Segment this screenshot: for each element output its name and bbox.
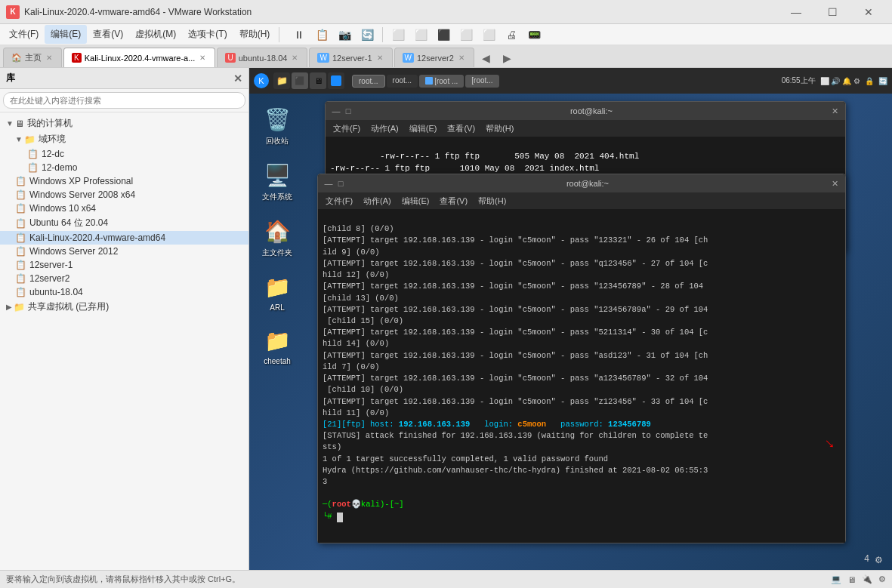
menu-vm[interactable]: 虚拟机(M) <box>129 25 182 44</box>
tab-scroll-left[interactable]: ◀ <box>476 49 497 67</box>
vm-btn5[interactable]: ⬜ <box>478 26 499 44</box>
pause-button[interactable]: ⏸ <box>289 26 310 44</box>
status-icon-settings[interactable]: ⚙ <box>878 574 886 584</box>
menu-tab[interactable]: 选项卡(T) <box>182 25 233 44</box>
clock: 06:55上午 <box>782 75 816 86</box>
tree-item-domain[interactable]: ▼ 📁 域环境 <box>0 131 248 147</box>
close-button[interactable]: ✕ <box>851 0 886 24</box>
tree-item-shared[interactable]: ▶ 📁 共享虚拟机 (已弃用) <box>0 299 248 315</box>
tree-item-win2008[interactable]: 📋 Windows Server 2008 x64 <box>0 188 248 202</box>
sidebar-search-input[interactable] <box>3 92 245 109</box>
tab-12server2-close[interactable]: ✕ <box>457 53 466 63</box>
tab-ubuntu[interactable]: U ubuntu-18.04 ✕ <box>217 48 307 67</box>
maximize-button[interactable]: ☐ <box>815 0 850 24</box>
tree-item-12server2[interactable]: 📋 12server2 <box>0 272 248 285</box>
desktop-icon-home[interactable]: 🏠 主文件夹 <box>253 213 301 261</box>
tree-item-ubuntu20[interactable]: 📋 Ubuntu 64 位 20.04 <box>0 215 248 231</box>
term2-menu-file[interactable]: 文件(F) <box>321 194 357 208</box>
vm-ubuntu18-icon: 📋 <box>15 287 26 297</box>
tab-home[interactable]: 🏠 主页 ✕ <box>3 48 62 67</box>
term1-menu-edit[interactable]: 编辑(E) <box>405 122 442 136</box>
term1-menu: 文件(F) 动作(A) 编辑(E) 查看(V) 帮助(H) <box>326 120 845 137</box>
sidebar-header: 库 ✕ <box>0 68 248 89</box>
term2-maximize[interactable]: □ <box>335 178 347 189</box>
term1-minimize[interactable]: — <box>330 106 342 116</box>
vm-desktop[interactable]: K 📁 ⬛ 🖥 root... root... [root ... <box>249 68 892 570</box>
vm-app-bar: K 📁 ⬛ 🖥 root... root... [root ... <box>249 68 892 94</box>
minimize-button[interactable]: — <box>779 0 813 24</box>
vm-btn4[interactable]: ⬜ <box>455 26 477 44</box>
snapshot-button[interactable]: 📷 <box>334 26 355 44</box>
menu-view[interactable]: 查看(V) <box>87 25 129 44</box>
taskbar-app2[interactable]: 🖥 <box>310 72 326 89</box>
tab-ubuntu-close[interactable]: ✕ <box>290 53 299 63</box>
term2-menu-help[interactable]: 帮助(H) <box>474 194 511 208</box>
menu-help[interactable]: 帮助(H) <box>233 25 276 44</box>
tree-item-win2012[interactable]: 📋 Windows Server 2012 <box>0 245 248 258</box>
taskbar-app3[interactable] <box>328 72 344 89</box>
menu-edit[interactable]: 编辑(E) <box>45 25 87 44</box>
vm-win2012-icon: 📋 <box>15 246 26 257</box>
term2-close[interactable]: ✕ <box>829 178 841 189</box>
tree-item-win10[interactable]: 📋 Windows 10 x64 <box>0 202 248 215</box>
vm-12dc-icon: 📋 <box>27 149 39 159</box>
tab-12server2[interactable]: W 12server2 ✕ <box>394 48 474 67</box>
vm-btn3[interactable]: ⬛ <box>433 26 454 44</box>
term2-minimize[interactable]: — <box>323 178 335 189</box>
term2-line-status: [STATUS] attack finished for 192.168.163… <box>323 431 708 451</box>
arl-label: ARL <box>270 303 284 312</box>
taskbar-win-root4[interactable]: [root... <box>465 75 498 88</box>
tree-item-12demo[interactable]: 📋 12-demo <box>0 161 248 174</box>
vm-btn1[interactable]: ⬜ <box>387 26 409 44</box>
taskbar-app1[interactable]: 📁 <box>273 72 290 89</box>
term2-menu-edit[interactable]: 编辑(E) <box>397 194 434 208</box>
tree-item-12server1[interactable]: 📋 12server-1 <box>0 258 248 272</box>
clipboard-button[interactable]: 📋 <box>311 26 332 44</box>
desktop-icon-arl[interactable]: 📁 ARL <box>253 269 301 315</box>
term1-menu-file[interactable]: 文件(F) <box>329 122 365 136</box>
tab-ubuntu-label: ubuntu-18.04 <box>239 54 288 63</box>
vm-btn7[interactable]: 📟 <box>523 26 545 44</box>
tree-item-ubuntu18[interactable]: 📋 ubuntu-18.04 <box>0 285 248 299</box>
tab-12server2-icon: W <box>403 53 414 63</box>
kali-logo[interactable]: K <box>254 73 269 88</box>
taskbar-term1[interactable]: ⬛ <box>292 72 308 89</box>
tree-label-12dc: 12-dc <box>42 149 64 159</box>
desktop-icon-trash[interactable]: 🗑️ 回收站 <box>253 101 301 149</box>
sidebar-close-button[interactable]: ✕ <box>233 72 242 85</box>
tree-item-winxp[interactable]: 📋 Windows XP Professional <box>0 174 248 188</box>
tree-arrow-domain: ▼ <box>15 135 23 143</box>
term1-close[interactable]: ✕ <box>829 106 841 116</box>
taskbar-win-root3[interactable]: [root ... <box>419 75 464 88</box>
tree-item-12dc[interactable]: 📋 12-dc <box>0 147 248 161</box>
taskbar-win-root2[interactable]: root... <box>387 75 418 88</box>
term2-menu-view[interactable]: 查看(V) <box>435 194 472 208</box>
vm-btn2[interactable]: ⬜ <box>410 26 431 44</box>
tree-label-kali: Kali-Linux-2020.4-vmware-amd64 <box>29 232 165 243</box>
taskbar-win-root1[interactable]: root... <box>352 75 385 88</box>
desktop-icon-filesystem[interactable]: 🖥️ 文件系统 <box>253 157 301 205</box>
tab-home-close[interactable]: ✕ <box>45 53 54 63</box>
tab-scroll-right[interactable]: ▶ <box>497 49 518 67</box>
term1-menu-action[interactable]: 动作(A) <box>366 122 403 136</box>
tab-kali[interactable]: K Kali-Linux-2020.4-vmware-a... ✕ <box>63 48 215 67</box>
desktop-icon-cheetah[interactable]: 📁 cheetah <box>253 322 301 368</box>
tab-12server1-close[interactable]: ✕ <box>375 53 384 63</box>
vm-settings-icon[interactable]: ⚙ <box>875 555 883 565</box>
tab-home-icon: 🏠 <box>11 53 22 63</box>
vm-btn6[interactable]: 🖨 <box>501 26 522 44</box>
tab-kali-close[interactable]: ✕ <box>198 53 207 63</box>
tree-item-mycomputer[interactable]: ▼ 🖥 我的计算机 <box>0 115 248 131</box>
terminal-window-2[interactable]: — □ root@kali:~ ✕ 文件(F) 动作(A) 编辑(E) 查看(V… <box>317 174 846 543</box>
refresh-button[interactable]: 🔄 <box>356 26 378 44</box>
term1-menu-view[interactable]: 查看(V) <box>443 122 480 136</box>
menu-file[interactable]: 文件(F) <box>3 25 45 44</box>
term1-menu-help[interactable]: 帮助(H) <box>481 122 518 136</box>
term1-line2: -rw-r--r-- 1 ftp ftp 1010 May 08 2021 in… <box>330 164 599 173</box>
toolbar-separator2 <box>382 27 383 42</box>
tree-item-kali[interactable]: 📋 Kali-Linux-2020.4-vmware-amd64 <box>0 231 248 245</box>
tab-12server1[interactable]: W 12server-1 ✕ <box>309 48 392 67</box>
term2-menu-action[interactable]: 动作(A) <box>359 194 396 208</box>
term1-maximize[interactable]: □ <box>342 106 354 116</box>
folder-shared-icon: 📁 <box>14 302 25 312</box>
